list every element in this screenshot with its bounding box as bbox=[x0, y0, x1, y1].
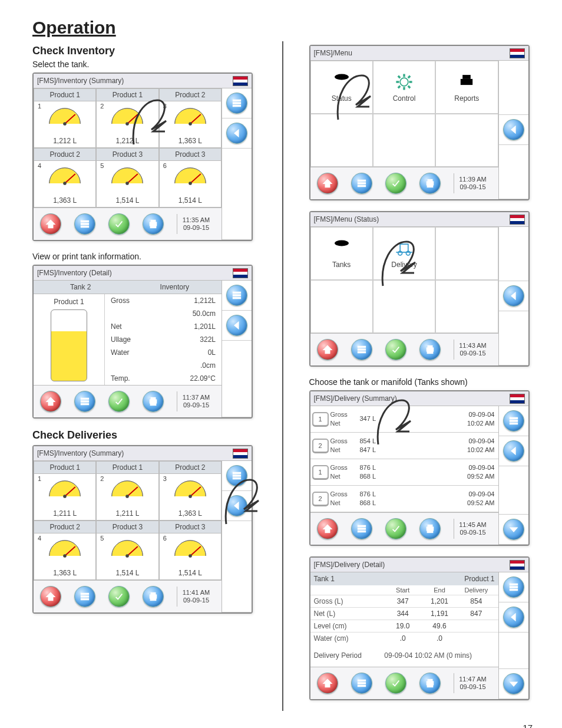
delivery-row[interactable]: 1GrossNet347 L09-09-0410:02 AM bbox=[310, 406, 498, 433]
tank-number: 3 bbox=[163, 103, 167, 110]
gauge-icon bbox=[47, 163, 83, 186]
window-title: [FMS]/Inventory (Summary) bbox=[37, 77, 124, 85]
delivery-detail-row: Water (cm).0.0 bbox=[310, 632, 498, 644]
ok-button[interactable] bbox=[385, 673, 406, 694]
alarm-button[interactable] bbox=[351, 339, 372, 360]
tank-cell[interactable]: Product 121,211 L bbox=[96, 461, 158, 521]
tank-number: 2 bbox=[100, 103, 104, 110]
ok-button[interactable] bbox=[108, 213, 130, 235]
flag-icon bbox=[233, 76, 248, 86]
back-button[interactable] bbox=[226, 315, 247, 336]
gauge-icon bbox=[172, 536, 209, 558]
tank-number: 3 bbox=[163, 475, 167, 482]
menu-item-status[interactable]: Status bbox=[310, 61, 373, 114]
tank-volume: 1,363 L bbox=[160, 508, 221, 520]
print-button[interactable] bbox=[143, 586, 164, 607]
ok-button[interactable] bbox=[108, 586, 130, 607]
alarm-button[interactable] bbox=[351, 518, 372, 539]
alarm-button[interactable] bbox=[74, 586, 95, 607]
tank-cell[interactable]: Product 111,212 L bbox=[34, 88, 96, 148]
alarm-button[interactable] bbox=[351, 173, 372, 194]
ok-button[interactable] bbox=[385, 518, 406, 539]
gauge-icon bbox=[172, 104, 209, 126]
print-button[interactable] bbox=[419, 339, 441, 360]
home-button[interactable] bbox=[40, 213, 61, 235]
tank-number: 5 bbox=[100, 535, 104, 542]
delivery-row[interactable]: 1GrossNet876 L868 L09-09-0409:52 AM bbox=[310, 459, 498, 486]
home-button[interactable] bbox=[317, 673, 338, 694]
tank-volume: 1,363 L bbox=[34, 568, 95, 579]
delivery-period-value: 09-09-04 10:02 AM (0 mins) bbox=[384, 651, 472, 660]
scroll-down-button[interactable] bbox=[503, 519, 524, 540]
tank-cell[interactable]: Product 231,363 L bbox=[159, 461, 222, 521]
product-header: Product 3 bbox=[160, 149, 221, 161]
print-button[interactable] bbox=[419, 173, 441, 194]
back-button[interactable] bbox=[503, 285, 524, 307]
product-header: Product 1 bbox=[97, 462, 158, 474]
gauge-icon bbox=[109, 536, 146, 558]
alarm-button[interactable] bbox=[74, 391, 95, 412]
menu-label: Status bbox=[332, 94, 352, 103]
tank-cell[interactable]: Product 241,363 L bbox=[34, 148, 96, 207]
home-button[interactable] bbox=[40, 586, 61, 607]
timestamp: 11:39 AM09-09-15 bbox=[454, 173, 492, 193]
back-button[interactable] bbox=[226, 495, 247, 516]
screenshot-inventory-summary-2: [FMS]/Inventory (Summary) Product 111,21… bbox=[32, 445, 253, 614]
tank-cell[interactable]: Product 241,363 L bbox=[34, 521, 96, 580]
home-button[interactable] bbox=[317, 173, 338, 194]
product-header: Product 2 bbox=[34, 521, 95, 533]
print-button[interactable] bbox=[143, 213, 164, 235]
tank-volume: 1,514 L bbox=[160, 195, 221, 207]
gauge-icon bbox=[109, 476, 146, 499]
delivery-row[interactable]: 2GrossNet854 L847 L09-09-0410:02 AM bbox=[310, 433, 498, 459]
tank-cell[interactable]: Product 361,514 L bbox=[159, 148, 222, 207]
home-button[interactable] bbox=[317, 518, 338, 539]
print-button[interactable] bbox=[419, 673, 441, 694]
inventory-row: Gross1,212L bbox=[105, 294, 222, 307]
menu-item-tanks[interactable]: Tanks bbox=[310, 227, 373, 280]
print-button[interactable] bbox=[419, 518, 441, 539]
alarm-button[interactable] bbox=[74, 213, 95, 235]
back-button[interactable] bbox=[503, 119, 524, 140]
back-button[interactable] bbox=[503, 607, 524, 628]
window-title: [FMS]/Menu bbox=[314, 49, 352, 57]
detail-button[interactable] bbox=[226, 285, 247, 306]
gauge-icon bbox=[109, 163, 146, 186]
menu-item-delivery[interactable]: Delivery bbox=[373, 227, 435, 280]
tank-volume: 1,514 L bbox=[97, 568, 158, 579]
detail-button[interactable] bbox=[503, 410, 524, 431]
tank-number: 1 bbox=[38, 475, 41, 482]
tank-volume: 1,211 L bbox=[97, 508, 158, 520]
detail-button[interactable] bbox=[226, 465, 247, 486]
detail-button[interactable] bbox=[226, 93, 247, 114]
home-button[interactable] bbox=[40, 391, 61, 412]
ok-button[interactable] bbox=[108, 391, 130, 412]
menu-label: Delivery bbox=[391, 261, 416, 269]
menu-item-reports[interactable]: Reports bbox=[435, 61, 498, 114]
scroll-down-button[interactable] bbox=[503, 673, 524, 694]
ok-button[interactable] bbox=[385, 173, 406, 194]
col-end: End bbox=[421, 587, 458, 594]
back-button[interactable] bbox=[226, 123, 247, 144]
tank-number: 6 bbox=[163, 162, 167, 169]
print-button[interactable] bbox=[143, 391, 164, 412]
detail-button[interactable] bbox=[503, 577, 524, 598]
tank-cell[interactable]: Product 351,514 L bbox=[96, 148, 158, 207]
inventory-row: .0cm bbox=[105, 359, 222, 372]
tank-volume: 1,514 L bbox=[97, 195, 158, 207]
tank-cell[interactable]: Product 121,212 L bbox=[96, 88, 158, 148]
back-button[interactable] bbox=[503, 440, 524, 462]
alarm-button[interactable] bbox=[351, 673, 372, 694]
tank-cell[interactable]: Product 231,363 L bbox=[159, 88, 222, 148]
tank-number: 6 bbox=[163, 535, 167, 542]
tank-cell[interactable]: Product 111,211 L bbox=[34, 461, 96, 521]
tank-label: Tank 2 bbox=[34, 281, 128, 294]
ok-button[interactable] bbox=[385, 339, 406, 360]
tank-cell[interactable]: Product 361,514 L bbox=[159, 521, 222, 580]
menu-label: Control bbox=[393, 94, 416, 103]
tank-cell[interactable]: Product 351,514 L bbox=[96, 521, 158, 580]
home-button[interactable] bbox=[317, 339, 338, 360]
menu-item-control[interactable]: Control bbox=[373, 61, 435, 114]
menu-label: Reports bbox=[454, 94, 479, 103]
delivery-row[interactable]: 2GrossNet876 L868 L09-09-0409:52 AM bbox=[310, 486, 498, 512]
